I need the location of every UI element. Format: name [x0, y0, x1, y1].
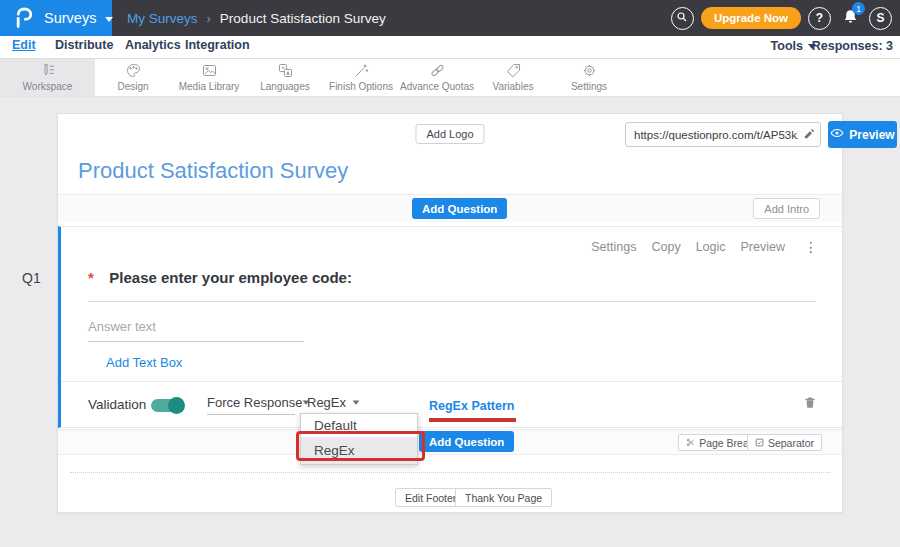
toolbar-label: Design	[117, 81, 148, 92]
post-question-row: Add Question Page Break Separator	[58, 429, 842, 455]
scissors-icon	[686, 437, 695, 449]
tools-menu[interactable]: Tools	[771, 39, 816, 53]
languages-icon	[277, 62, 294, 79]
breadcrumb: My Surveys › Product Satisfaction Survey	[127, 0, 386, 36]
delete-question-button[interactable]	[803, 395, 817, 410]
toolbar-label: Variables	[493, 81, 534, 92]
question-logic-link[interactable]: Logic	[696, 240, 726, 254]
avatar-initial: S	[876, 11, 884, 25]
validation-type-select[interactable]: RegEx	[307, 395, 360, 415]
force-response-select[interactable]: Force Response	[207, 395, 295, 415]
finish-options-wand-icon	[353, 62, 370, 79]
breadcrumb-current-survey: Product Satisfaction Survey	[220, 11, 386, 26]
notification-count-badge: 1	[852, 2, 865, 15]
add-question-button-bottom[interactable]: Add Question	[419, 431, 514, 452]
edit-url-pencil-icon[interactable]	[798, 129, 820, 141]
trash-icon	[803, 395, 817, 410]
toolbar-settings[interactable]: Settings	[551, 58, 627, 96]
regex-pattern-link[interactable]: RegEx Pattern	[429, 399, 514, 413]
checkbox-check-icon	[755, 437, 764, 449]
question-text[interactable]: Please enter your employee code:	[109, 269, 352, 286]
validation-type-value: RegEx	[307, 395, 346, 410]
toolbar-label: Advance Quotas	[400, 81, 474, 92]
survey-card: Add Logo Product Satisfaction Survey Add…	[57, 113, 843, 513]
answer-text-input[interactable]: Answer text	[88, 319, 304, 342]
help-button[interactable]: ?	[808, 7, 831, 30]
question-preview-link[interactable]: Preview	[741, 240, 785, 254]
variables-tag-icon	[505, 62, 522, 79]
question-number: Q1	[22, 270, 41, 286]
top-header: Surveys My Surveys › Product Satisfactio…	[0, 0, 900, 36]
validation-row: Validation Force Response RegEx RegEx Pa…	[61, 381, 842, 427]
chevron-down-icon	[353, 400, 360, 404]
thank-you-page-button[interactable]: Thank You Page	[455, 488, 552, 507]
upgrade-now-button[interactable]: Upgrade Now	[701, 7, 801, 29]
add-intro-button[interactable]: Add Intro	[753, 198, 820, 219]
toolbar-label: Finish Options	[329, 81, 393, 92]
preview-button[interactable]: Preview	[828, 121, 897, 148]
tab-distribute[interactable]: Distribute	[55, 38, 113, 52]
validation-toggle[interactable]	[151, 399, 184, 412]
toolbar-advance-quotas[interactable]: Advance Quotas	[399, 58, 475, 96]
dropdown-option-default[interactable]: Default	[301, 414, 417, 437]
media-library-icon	[201, 62, 218, 79]
survey-title[interactable]: Product Satisfaction Survey	[78, 158, 348, 184]
add-question-row: Add Question Add Intro	[58, 194, 842, 222]
tab-analytics[interactable]: Analytics	[125, 38, 181, 52]
user-avatar[interactable]: S	[869, 7, 892, 30]
required-asterisk-icon: *	[88, 269, 94, 286]
survey-url-field	[625, 122, 821, 147]
product-menu-label: Surveys	[44, 10, 96, 26]
add-question-button[interactable]: Add Question	[412, 198, 507, 219]
toolbar-variables[interactable]: Variables	[475, 58, 551, 96]
product-menu[interactable]: Surveys	[0, 0, 112, 36]
question-block: Settings Copy Logic Preview ⋮ * Please e…	[58, 226, 842, 428]
responses-count[interactable]: Responses: 3	[812, 39, 893, 53]
dotted-divider	[70, 472, 830, 473]
separator-button[interactable]: Separator	[747, 434, 822, 451]
toolbar-finish-options[interactable]: Finish Options	[323, 58, 399, 96]
add-text-box-link[interactable]: Add Text Box	[106, 355, 182, 370]
question-actions: Settings Copy Logic Preview ⋮	[591, 239, 818, 255]
question-settings-link[interactable]: Settings	[591, 240, 636, 254]
toolbar-label: Languages	[260, 81, 310, 92]
breadcrumb-my-surveys[interactable]: My Surveys	[127, 11, 198, 26]
editor-toolbar: Workspace Design Media L	[0, 58, 900, 97]
tools-label: Tools	[771, 39, 803, 53]
survey-url-input[interactable]	[626, 129, 798, 141]
search-button[interactable]	[671, 7, 694, 30]
question-copy-link[interactable]: Copy	[651, 240, 680, 254]
more-options-icon[interactable]: ⋮	[804, 239, 818, 255]
toolbar-workspace[interactable]: Workspace	[0, 58, 95, 96]
toolbar-design[interactable]: Design	[95, 58, 171, 96]
design-palette-icon	[125, 62, 142, 79]
tab-integration[interactable]: Integration	[185, 38, 250, 52]
search-icon	[676, 11, 688, 26]
dropdown-option-regex[interactable]: RegEx	[301, 437, 417, 464]
toggle-knob	[168, 397, 185, 414]
header-actions: Upgrade Now ? 1 S	[671, 0, 892, 36]
settings-gear-icon	[581, 62, 598, 79]
regex-pattern-wrap: RegEx Pattern	[429, 396, 514, 414]
toolbar-label: Workspace	[23, 81, 73, 92]
page-break-label: Page Break	[699, 437, 754, 449]
notifications-button[interactable]: 1	[838, 6, 862, 30]
chevron-down-icon	[105, 17, 113, 22]
add-logo-button[interactable]: Add Logo	[415, 124, 484, 144]
toolbar-languages[interactable]: Languages	[247, 58, 323, 96]
toolbar-label: Settings	[571, 81, 607, 92]
red-underline-annotation	[429, 418, 516, 422]
tab-edit[interactable]: Edit	[12, 38, 36, 52]
question-text-row: * Please enter your employee code:	[88, 269, 816, 302]
validation-label: Validation	[88, 397, 146, 412]
toolbar-media-library[interactable]: Media Library	[171, 58, 247, 96]
separator-label: Separator	[768, 437, 814, 449]
preview-label: Preview	[849, 128, 894, 142]
questionpro-survey-editor: Surveys My Surveys › Product Satisfactio…	[0, 0, 900, 547]
question-mark-icon: ?	[816, 11, 823, 25]
toolbar-items: Workspace Design Media L	[0, 58, 627, 96]
breadcrumb-separator-icon: ›	[207, 11, 211, 26]
validation-type-dropdown: Default RegEx	[300, 413, 418, 465]
force-response-value: Force Response	[207, 395, 302, 410]
eye-icon	[830, 126, 844, 143]
